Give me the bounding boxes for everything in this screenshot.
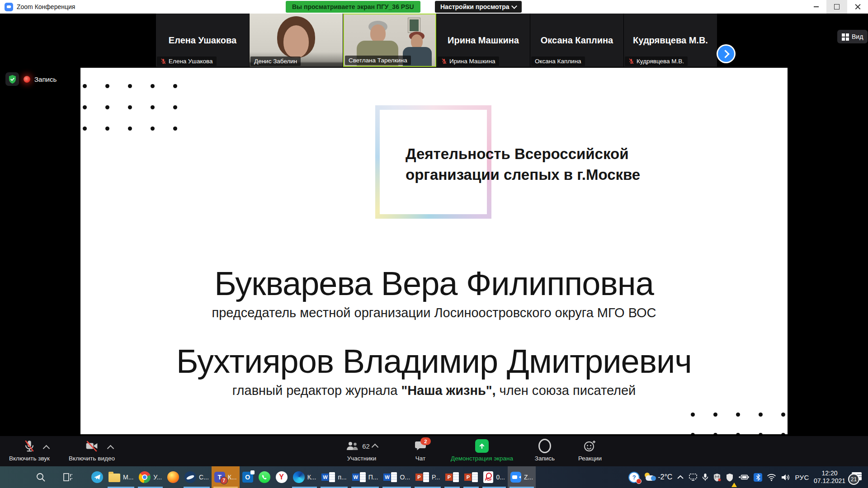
taskbar-app-cleaner[interactable]: С... bbox=[182, 466, 212, 488]
language-indicator[interactable]: РУС bbox=[793, 466, 811, 488]
participants-options-chevron[interactable] bbox=[372, 443, 379, 450]
volume-tray-button[interactable] bbox=[778, 466, 793, 488]
speaker2-role: главный редактор журнала "Наша жизнь", ч… bbox=[80, 382, 788, 399]
chrome-icon bbox=[139, 471, 151, 483]
clock-widget[interactable]: 12:20 07.12.2021 bbox=[811, 466, 848, 488]
start-button[interactable] bbox=[0, 466, 27, 488]
participant-tile-denis-zabelin[interactable]: Денис Забелин bbox=[250, 14, 343, 67]
wifi-tray-button[interactable] bbox=[764, 466, 778, 488]
language-label: РУС bbox=[795, 474, 809, 481]
participant-label: Ирина Машкина bbox=[438, 56, 499, 66]
taskbar-app-powerpoint-3[interactable]: P bbox=[462, 466, 481, 488]
minimize-button[interactable] bbox=[806, 0, 826, 14]
next-participants-button[interactable] bbox=[718, 46, 734, 62]
taskbar-app-chrome[interactable]: У... bbox=[136, 466, 165, 488]
slide-title-line1: Деятельность Всероссийской bbox=[406, 144, 640, 164]
mcafee-tray-button[interactable] bbox=[711, 466, 723, 488]
app-title-group: Zoom Конференция bbox=[5, 3, 75, 11]
participant-label-text: Ирина Машкина bbox=[449, 58, 495, 65]
record-label: Запись bbox=[535, 455, 555, 462]
powerpoint-glyph: P bbox=[464, 474, 472, 481]
bluetooth-tray-button[interactable] bbox=[751, 466, 764, 488]
taskbar-app-pdf[interactable]: PDF 0... bbox=[481, 466, 507, 488]
taskbar-app-whatsapp[interactable] bbox=[256, 466, 273, 488]
reactions-button[interactable]: Реакции bbox=[572, 439, 608, 462]
yandex-browser-icon: Y bbox=[276, 471, 288, 483]
record-icon bbox=[538, 439, 551, 453]
taskbar-app-yandex[interactable]: Y bbox=[273, 466, 290, 488]
decorative-dots-bottom-right bbox=[691, 413, 785, 434]
search-icon bbox=[36, 472, 46, 482]
weather-widget[interactable]: -2°C bbox=[642, 466, 675, 488]
taskbar-app-folder[interactable]: М... bbox=[106, 466, 136, 488]
video-strip: Елена Ушакова Елена Ушакова Денис Забели… bbox=[0, 14, 868, 67]
screen-share-banner: Вы просматриваете экран ПГУ_36 PSU bbox=[286, 1, 420, 13]
taskbar-app-firefox[interactable] bbox=[165, 466, 182, 488]
start-video-button[interactable]: Включить видео bbox=[62, 439, 121, 462]
taskbar-app-powerpoint-2[interactable]: P bbox=[443, 466, 462, 488]
task-view-button[interactable] bbox=[54, 466, 81, 488]
taskbar-app-edge[interactable]: К... bbox=[290, 466, 319, 488]
maximize-button[interactable] bbox=[826, 0, 847, 14]
participant-tile-irina-mashkina[interactable]: Ирина Машкина Ирина Машкина bbox=[437, 14, 530, 67]
participants-button[interactable]: 62 Участники bbox=[335, 439, 389, 462]
yandex-glyph: Y bbox=[279, 473, 284, 481]
temperature: -2°C bbox=[658, 473, 672, 481]
participant-label: Кудрявцева М.В. bbox=[625, 56, 688, 66]
audio-options-chevron[interactable] bbox=[43, 445, 50, 452]
microphone-tray-button[interactable] bbox=[700, 466, 711, 488]
taskbar-app-label: 0... bbox=[496, 474, 505, 481]
taskbar-app-telegram[interactable] bbox=[89, 466, 106, 488]
participant-tile-elena-ushakova[interactable]: Елена Ушакова Елена Ушакова bbox=[156, 14, 249, 67]
taskbar-app-powerpoint-1[interactable]: P Р... bbox=[413, 466, 443, 488]
record-button[interactable]: Запись bbox=[527, 439, 563, 462]
tray-overflow-button[interactable] bbox=[675, 466, 686, 488]
chevron-up-icon bbox=[677, 474, 684, 480]
participant-label: Светлана Тарелкина bbox=[345, 56, 411, 65]
display-tray-button[interactable] bbox=[686, 466, 700, 488]
weather-cloud-icon bbox=[644, 473, 656, 482]
powerpoint-glyph: P bbox=[445, 474, 453, 481]
taskbar-app-word-1[interactable]: W п... bbox=[319, 466, 349, 488]
view-settings-button[interactable]: Настройки просмотра bbox=[435, 1, 522, 13]
participant-label: Денис Забелин bbox=[250, 56, 301, 66]
taskbar-app-word-2[interactable]: W П... bbox=[349, 466, 381, 488]
notification-center-button[interactable]: 21 bbox=[848, 466, 865, 488]
chat-button[interactable]: 2 Чат bbox=[407, 439, 434, 462]
help-tray-button[interactable]: ? bbox=[626, 466, 642, 488]
chevron-down-icon bbox=[512, 3, 518, 9]
security-tray-button[interactable] bbox=[723, 466, 736, 488]
taskbar-app-zoom[interactable]: Z... bbox=[508, 466, 536, 488]
taskbar-app-word-3[interactable]: W О... bbox=[381, 466, 413, 488]
pdf-glyph: PDF bbox=[485, 478, 492, 482]
share-screen-button[interactable]: Демонстрация экрана bbox=[437, 439, 527, 462]
speaker2-name: Бухтияров Владимир Дмитриевич bbox=[80, 343, 788, 380]
taskbar-app-teams[interactable]: T 7 К... bbox=[212, 466, 240, 488]
notification-icon: 21 bbox=[850, 472, 862, 482]
share-screen-label: Демонстрация экрана bbox=[451, 455, 513, 462]
search-button[interactable] bbox=[27, 466, 54, 488]
powerpoint-icon: P bbox=[415, 472, 429, 483]
whatsapp-icon bbox=[259, 471, 270, 483]
video-options-chevron[interactable] bbox=[107, 445, 114, 452]
taskbar-app-outlook[interactable]: O bbox=[240, 466, 256, 488]
participant-label: Оксана Каплина bbox=[531, 56, 585, 66]
taskbar-app-label: П... bbox=[368, 474, 378, 481]
muted-mic-icon bbox=[160, 58, 166, 64]
taskbar-app-label: М... bbox=[123, 474, 133, 481]
mcafee-shield-icon bbox=[713, 473, 721, 482]
battery-tray-button[interactable] bbox=[736, 466, 751, 488]
participants-icon bbox=[346, 441, 359, 451]
decorative-dots-top-left bbox=[83, 84, 177, 131]
mic-muted-icon bbox=[23, 439, 36, 453]
speaker1-name: Букварева Вера Филипповна bbox=[80, 266, 788, 302]
unmute-button[interactable]: Включить звук bbox=[4, 439, 55, 462]
participant-tile-kudryavtseva[interactable]: Кудрявцева М.В. Кудрявцева М.В. bbox=[624, 14, 717, 67]
windows-taskbar: М... У... С... T 7 К... O Y К... W п... bbox=[0, 466, 868, 488]
view-button[interactable]: Вид bbox=[837, 30, 868, 43]
close-button[interactable] bbox=[847, 0, 868, 14]
window-controls bbox=[806, 0, 868, 14]
encryption-badge[interactable] bbox=[5, 72, 19, 86]
participant-tile-svetlana-tarelkina[interactable]: Светлана Тарелкина bbox=[343, 14, 436, 67]
participant-tile-oksana-kaplina[interactable]: Оксана Каплина Оксана Каплина bbox=[530, 14, 623, 67]
